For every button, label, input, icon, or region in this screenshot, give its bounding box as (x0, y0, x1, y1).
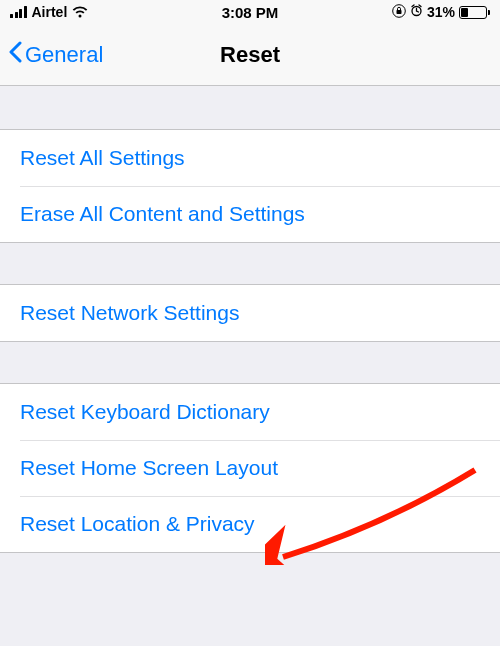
reset-location-privacy[interactable]: Reset Location & Privacy (0, 496, 500, 552)
list-item-label: Reset All Settings (20, 146, 185, 169)
reset-network-settings[interactable]: Reset Network Settings (0, 285, 500, 341)
list-item-label: Reset Keyboard Dictionary (20, 400, 270, 423)
battery-icon (459, 6, 490, 19)
signal-icon (10, 6, 27, 18)
page-title: Reset (220, 42, 280, 68)
reset-keyboard-dictionary[interactable]: Reset Keyboard Dictionary (0, 384, 500, 440)
list-item-label: Reset Network Settings (20, 301, 239, 324)
list-group-1: Reset All Settings Erase All Content and… (0, 129, 500, 243)
back-label: General (25, 42, 103, 68)
status-bar: Airtel 3:08 PM 31% (0, 0, 500, 24)
status-right: 31% (392, 4, 490, 21)
battery-percent: 31% (427, 4, 455, 20)
chevron-left-icon (8, 41, 22, 69)
list-group-2: Reset Network Settings (0, 284, 500, 342)
status-time: 3:08 PM (222, 4, 279, 21)
svg-rect-1 (396, 10, 401, 14)
carrier-label: Airtel (32, 4, 68, 20)
nav-bar: General Reset (0, 24, 500, 86)
list-item-label: Erase All Content and Settings (20, 202, 305, 225)
reset-home-screen-layout[interactable]: Reset Home Screen Layout (0, 440, 500, 496)
status-left: Airtel (10, 4, 88, 20)
list-group-3: Reset Keyboard Dictionary Reset Home Scr… (0, 383, 500, 553)
wifi-icon (72, 6, 88, 18)
orientation-lock-icon (392, 4, 406, 21)
alarm-icon (410, 4, 423, 20)
reset-all-settings[interactable]: Reset All Settings (0, 130, 500, 186)
back-button[interactable]: General (8, 41, 103, 69)
list-item-label: Reset Home Screen Layout (20, 456, 278, 479)
erase-all-content[interactable]: Erase All Content and Settings (0, 186, 500, 242)
list-item-label: Reset Location & Privacy (20, 512, 255, 535)
